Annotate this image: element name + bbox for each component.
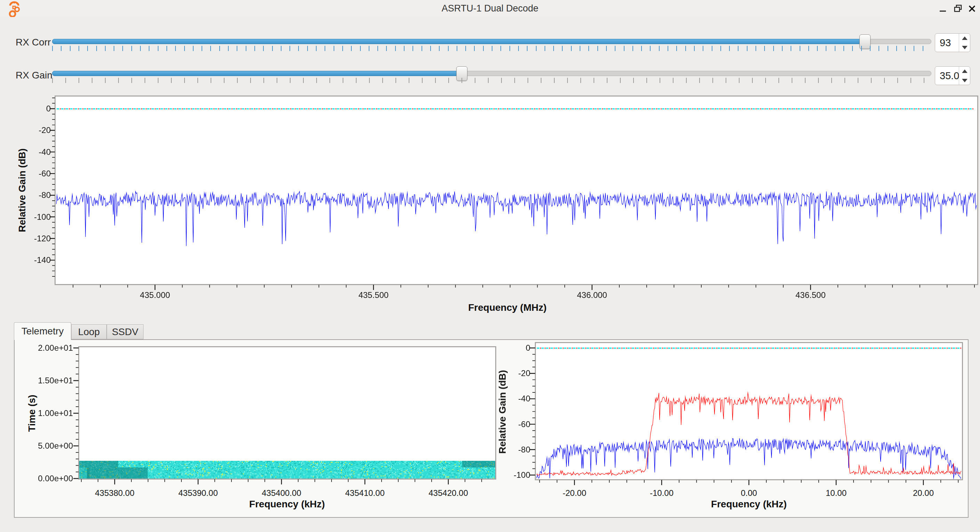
close-button[interactable] (966, 3, 978, 14)
tick-label: 435.000 (140, 290, 170, 300)
rx-corr-increment-button[interactable] (959, 34, 970, 42)
tab-loop[interactable]: Loop (71, 324, 107, 339)
tick-label: 435420.00 (428, 488, 468, 498)
tick-label: 2.00e+01 (38, 343, 73, 353)
tab-telemetry[interactable]: Telemetry (14, 322, 71, 340)
rx-gain-spinbox (935, 66, 970, 85)
main-plot-xlabel: Frequency (MHz) (468, 302, 547, 313)
main-spectrum-plot[interactable] (49, 90, 980, 291)
tick-label: 1.50e+01 (38, 376, 73, 386)
rx-gain-increment-button[interactable] (959, 67, 970, 75)
tick-label: 0.00 (741, 488, 757, 498)
tick-label: 1.00e+01 (38, 408, 73, 418)
window-title: ASRTU-1 Dual Decode (0, 3, 980, 14)
rx-corr-slider[interactable] (52, 36, 931, 52)
waterfall-xlabel: Frequency (kHz) (249, 499, 325, 510)
rx-corr-fill (52, 39, 865, 44)
rx-gain-label: RX Gain (16, 70, 52, 81)
tab-telemetry-label: Telemetry (22, 326, 64, 337)
tick-label: -100 (514, 470, 530, 480)
tick-label: -140 (34, 255, 51, 265)
minimize-icon (939, 5, 947, 13)
rx-gain-spin-buttons (959, 67, 970, 85)
tick-label: -100 (34, 212, 51, 222)
arrow-up-icon (962, 70, 967, 73)
rx-corr-decrement-button[interactable] (959, 43, 970, 52)
tick-label: 0.00e+00 (38, 474, 73, 483)
tick-label: -10.00 (650, 488, 673, 498)
arrow-up-icon (962, 37, 967, 40)
main-plot-ylabel: Relative Gain (dB) (17, 148, 28, 232)
rx-gain-fill (52, 71, 462, 76)
tick-label: 10.00 (826, 488, 846, 498)
arrow-down-icon (962, 46, 967, 49)
waterfall-ylabel: Time (s) (26, 395, 38, 432)
rx-gain-tickmarks (52, 78, 931, 83)
arrow-down-icon (962, 79, 967, 82)
rx-corr-value-input[interactable] (935, 34, 962, 52)
restore-button[interactable] (952, 3, 964, 14)
tick-label: -60 (38, 169, 51, 178)
tick-label: 5.00e+00 (38, 441, 73, 451)
tick-label: 0 (526, 343, 530, 353)
tick-label: 435410.00 (345, 488, 384, 498)
tick-label: 435390.00 (178, 488, 218, 498)
tick-label: -80 (518, 445, 530, 454)
tick-label: 436.000 (577, 290, 607, 300)
telemetry-waterfall-plot[interactable] (72, 340, 503, 486)
dual-decode-spectrum-plot[interactable] (528, 335, 970, 486)
rx-gain-value-input[interactable] (935, 67, 962, 85)
tick-label: -20.00 (563, 488, 586, 498)
rx-corr-tickmarks (52, 46, 931, 51)
rx-corr-label: RX Corr (16, 37, 51, 48)
tick-label: 435400.00 (262, 488, 301, 498)
titlebar: ASRTU-1 Dual Decode (0, 0, 980, 17)
rx-corr-spinbox (935, 33, 970, 52)
tick-label: -20 (518, 368, 530, 378)
tab-loop-label: Loop (78, 326, 100, 338)
tick-label: 436.500 (795, 290, 826, 300)
application-window: ASRTU-1 Dual Decode RX Corr (0, 0, 980, 532)
minimize-button[interactable] (937, 3, 949, 14)
close-icon (968, 5, 976, 13)
tick-label: 435380.00 (95, 488, 134, 498)
tab-ssdv-label: SSDV (112, 326, 138, 338)
tick-label: -80 (38, 190, 51, 200)
rx-gain-decrement-button[interactable] (959, 76, 970, 85)
tick-label: -120 (34, 234, 51, 243)
tick-label: -40 (38, 147, 51, 157)
tick-label: -20 (38, 125, 51, 135)
tick-label: 435.500 (358, 290, 388, 300)
rx-corr-spin-buttons (959, 34, 970, 52)
tick-label: -60 (518, 419, 530, 429)
dual-plot-ylabel: Relative Gain (dB) (497, 370, 508, 454)
tick-label: -40 (518, 394, 530, 403)
restore-icon (954, 4, 963, 13)
tab-ssdv[interactable]: SSDV (107, 324, 143, 339)
rx-gain-slider[interactable] (52, 68, 931, 84)
tick-label: 20.00 (913, 488, 934, 498)
tick-label: 0 (46, 104, 51, 114)
dual-plot-xlabel: Frequency (kHz) (711, 499, 787, 510)
